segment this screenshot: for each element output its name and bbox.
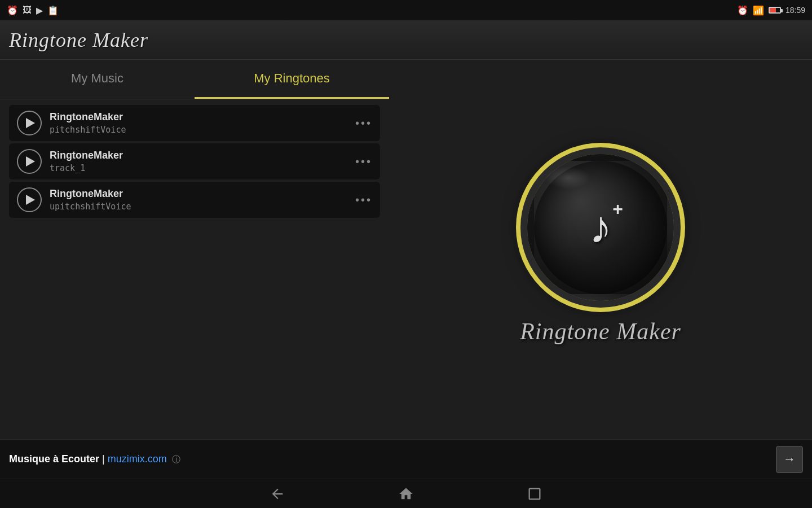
status-icons-left: ⏰ 🖼 ▶ 📋: [7, 5, 59, 16]
app-icon: ▶: [36, 5, 43, 16]
wifi-icon: 📶: [753, 5, 764, 16]
image-icon: 🖼: [23, 5, 32, 15]
track-name-2: RingtoneMaker: [50, 150, 347, 161]
tab-my-music[interactable]: My Music: [0, 60, 195, 99]
track-name-3: RingtoneMaker: [50, 188, 347, 200]
play-icon-1: [26, 118, 35, 128]
track-more-button-2[interactable]: •••: [355, 155, 372, 168]
arrow-right-icon: →: [783, 452, 796, 467]
alarm-right-icon: ⏰: [737, 5, 748, 16]
time-display: 18:59: [785, 6, 805, 15]
back-button[interactable]: [270, 486, 285, 502]
track-sub-2: track_1: [50, 163, 347, 173]
track-more-button-1[interactable]: •••: [355, 117, 372, 130]
left-section: My Music My Ringtones RingtoneMaker pitc…: [0, 60, 389, 439]
ad-bar: Musique à Ecouter | muzimix.com ⓘ →: [0, 439, 812, 479]
track-name-1: RingtoneMaker: [50, 111, 347, 123]
right-panel: ♪ + Ringtone Maker: [389, 60, 812, 439]
plus-icon: +: [612, 199, 623, 220]
recents-icon: [527, 486, 542, 502]
track-sub-3: upitchshiftVoice: [50, 202, 347, 212]
music-note-icon: ♪: [589, 202, 612, 253]
play-button-1[interactable]: [17, 111, 42, 135]
play-button-2[interactable]: [17, 149, 42, 174]
back-icon: [270, 486, 285, 502]
alarm-icon: ⏰: [7, 5, 18, 16]
app-bar: Ringtone Maker: [0, 20, 812, 60]
ad-title: Musique à Ecouter: [9, 453, 99, 465]
home-icon: [398, 486, 414, 502]
brand-label: Ringtone Maker: [520, 318, 681, 345]
ad-link[interactable]: muzimix.com: [108, 453, 167, 465]
ad-content: Musique à Ecouter | muzimix.com ⓘ: [9, 453, 180, 465]
battery-icon: [769, 7, 781, 14]
track-list: RingtoneMaker pitchshiftVoice ••• Ringto…: [0, 99, 389, 439]
tabs-bar: My Music My Ringtones: [0, 60, 389, 99]
status-right: ⏰ 📶 18:59: [737, 5, 805, 16]
app-title: Ringtone Maker: [9, 28, 148, 52]
clipboard-icon: 📋: [47, 5, 59, 16]
play-button-3[interactable]: [17, 187, 42, 212]
create-ringtone-button[interactable]: ♪ +: [527, 154, 674, 301]
tab-my-ringtones[interactable]: My Ringtones: [195, 60, 389, 99]
list-item[interactable]: RingtoneMaker upitchshiftVoice •••: [9, 182, 380, 218]
track-info-2: RingtoneMaker track_1: [50, 150, 347, 173]
home-button[interactable]: [398, 486, 414, 502]
list-item[interactable]: RingtoneMaker track_1 •••: [9, 143, 380, 179]
track-info-1: RingtoneMaker pitchshiftVoice: [50, 111, 347, 135]
play-icon-2: [26, 156, 35, 167]
track-more-button-3[interactable]: •••: [355, 194, 372, 207]
status-bar: ⏰ 🖼 ▶ 📋 ⏰ 📶 18:59: [0, 0, 812, 20]
nav-bar: [0, 479, 812, 508]
track-info-3: RingtoneMaker upitchshiftVoice: [50, 188, 347, 212]
info-icon[interactable]: ⓘ: [172, 454, 180, 464]
list-item[interactable]: RingtoneMaker pitchshiftVoice •••: [9, 105, 380, 141]
ad-separator: |: [102, 453, 108, 465]
ad-arrow-button[interactable]: →: [776, 446, 803, 473]
ad-text: Musique à Ecouter | muzimix.com: [9, 453, 170, 465]
recents-button[interactable]: [527, 486, 542, 502]
play-icon-3: [26, 195, 35, 205]
track-sub-1: pitchshiftVoice: [50, 125, 347, 135]
